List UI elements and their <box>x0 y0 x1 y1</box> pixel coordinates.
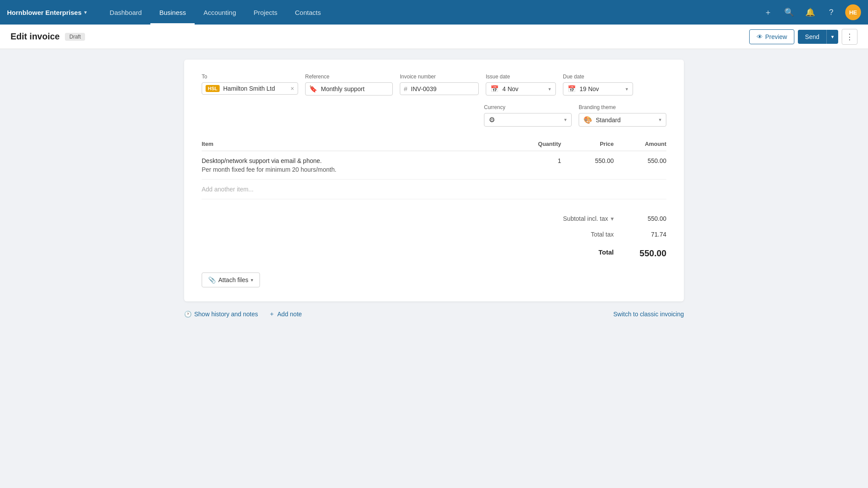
currency-field: Currency ⚙ ▾ <box>484 104 572 127</box>
hsl-badge: HSL <box>206 85 220 92</box>
eye-icon: 👁 <box>757 33 763 40</box>
due-date-value: 19 Nov <box>580 85 622 92</box>
calendar-icon-due: 📅 <box>568 85 576 93</box>
form-row-1: To HSL Hamilton Smith Ltd × Reference 🔖 … <box>202 74 666 95</box>
tax-row: Total tax 71.74 <box>202 229 666 240</box>
hash-icon: # <box>404 85 407 92</box>
attach-icon: 📎 <box>208 276 216 283</box>
issue-date-chevron: ▾ <box>548 86 551 92</box>
issue-date-field: Issue date 📅 4 Nov ▾ <box>486 74 556 95</box>
avatar[interactable]: HE <box>845 4 861 20</box>
sub-header: Edit invoice Draft 👁 Preview Send ▾ ⋮ <box>0 25 868 49</box>
line-items-header: Item Quantity Price Amount <box>202 137 666 151</box>
bottom-bar: 🕐 Show history and notes ＋ Add note Swit… <box>184 310 684 318</box>
due-date-field: Due date 📅 19 Nov ▾ <box>563 74 633 95</box>
tax-label: Total tax <box>591 231 614 238</box>
currency-picker[interactable]: ⚙ ▾ <box>484 113 572 127</box>
desc-sub: Per month fixed fee for minimum 20 hours… <box>202 166 509 173</box>
branding-value: Standard <box>596 117 655 124</box>
nav-links: Dashboard Business Accounting Projects C… <box>101 0 761 25</box>
issue-label: Issue date <box>486 74 556 80</box>
send-button-group: Send ▾ <box>798 30 838 44</box>
col-price-header: Price <box>561 141 614 147</box>
nav-accounting[interactable]: Accounting <box>195 0 245 25</box>
add-item-row: Add another item... <box>202 180 666 199</box>
total-row: Total 550.00 <box>202 245 666 258</box>
brand-chevron: ▾ <box>84 10 87 15</box>
inv-num-input[interactable] <box>411 85 487 92</box>
brand-name: Hornblower Enterprises <box>7 9 82 16</box>
branding-chevron: ▾ <box>659 117 662 123</box>
history-link[interactable]: 🕐 Show history and notes <box>184 311 258 318</box>
ref-field: Reference 🔖 <box>305 74 393 95</box>
to-close-icon[interactable]: × <box>291 85 294 92</box>
branding-picker[interactable]: 🎨 Standard ▾ <box>579 113 666 127</box>
send-button[interactable]: Send <box>798 30 826 44</box>
nav-contacts[interactable]: Contacts <box>286 0 330 25</box>
nav-business[interactable]: Business <box>150 0 195 25</box>
to-input[interactable]: HSL Hamilton Smith Ltd × <box>202 82 298 95</box>
ref-label: Reference <box>305 74 393 80</box>
issue-date-picker[interactable]: 📅 4 Nov ▾ <box>486 82 556 95</box>
notification-icon[interactable]: 🔔 <box>803 5 817 19</box>
nav-right: ＋ 🔍 🔔 ? HE <box>761 4 861 20</box>
add-icon[interactable]: ＋ <box>761 5 775 19</box>
to-value: Hamilton Smith Ltd <box>223 85 287 92</box>
col-item-header: Item <box>202 141 509 147</box>
subtotal-label: Subtotal incl. tax ▾ <box>563 215 614 222</box>
preview-button[interactable]: 👁 Preview <box>749 29 795 44</box>
ref-input[interactable] <box>321 85 398 92</box>
branding-field: Branding theme 🎨 Standard ▾ <box>579 104 666 127</box>
subtotal-row: Subtotal incl. tax ▾ 550.00 <box>202 213 666 224</box>
footer-area: 📎 Attach files ▾ <box>202 272 666 287</box>
tax-value: 71.74 <box>631 231 666 238</box>
ref-input-wrapper: 🔖 <box>305 82 393 95</box>
branding-label: Branding theme <box>579 104 666 110</box>
due-date-chevron: ▾ <box>626 86 628 92</box>
attach-dropdown-icon: ▾ <box>251 277 253 283</box>
total-value: 550.00 <box>631 248 666 258</box>
line-item-desc[interactable]: Desktop/network support via email & phon… <box>202 157 509 173</box>
top-nav: Hornblower Enterprises ▾ Dashboard Busin… <box>0 0 868 25</box>
table-row: Desktop/network support via email & phon… <box>202 151 666 180</box>
inv-label: Invoice number <box>400 74 479 80</box>
currency-chevron: ▾ <box>564 117 567 123</box>
search-icon[interactable]: 🔍 <box>782 5 796 19</box>
add-note-label: Add note <box>277 311 302 318</box>
due-label: Due date <box>563 74 633 80</box>
add-note-icon: ＋ <box>269 310 275 318</box>
line-item-price[interactable]: 550.00 <box>561 157 614 164</box>
col-amount-header: Amount <box>614 141 666 147</box>
add-item-placeholder[interactable]: Add another item... <box>202 186 253 193</box>
history-label: Show history and notes <box>194 311 258 318</box>
due-date-picker[interactable]: 📅 19 Nov ▾ <box>563 82 633 95</box>
invoice-card: To HSL Hamilton Smith Ltd × Reference 🔖 … <box>184 60 684 301</box>
currency-label: Currency <box>484 104 572 110</box>
draft-badge: Draft <box>65 33 85 41</box>
page-title: Edit invoice <box>11 32 60 42</box>
help-icon[interactable]: ? <box>824 5 838 19</box>
send-dropdown-button[interactable]: ▾ <box>826 30 838 44</box>
nav-dashboard[interactable]: Dashboard <box>101 0 150 25</box>
main-content: To HSL Hamilton Smith Ltd × Reference 🔖 … <box>0 49 868 488</box>
subtotal-dropdown-icon[interactable]: ▾ <box>611 215 614 222</box>
classic-invoicing-link[interactable]: Switch to classic invoicing <box>613 311 684 318</box>
totals-section: Subtotal incl. tax ▾ 550.00 Total tax 71… <box>202 213 666 258</box>
branding-icon: 🎨 <box>583 116 592 124</box>
currency-icon: ⚙ <box>489 116 495 124</box>
to-label: To <box>202 74 298 80</box>
desc-main: Desktop/network support via email & phon… <box>202 157 509 164</box>
to-field: To HSL Hamilton Smith Ltd × <box>202 74 298 95</box>
line-item-qty[interactable]: 1 <box>509 157 561 164</box>
attach-files-button[interactable]: 📎 Attach files ▾ <box>202 272 260 287</box>
brand[interactable]: Hornblower Enterprises ▾ <box>7 9 87 16</box>
inv-num-wrapper: # <box>400 82 479 95</box>
subtotal-value: 550.00 <box>631 215 666 222</box>
more-button[interactable]: ⋮ <box>842 29 857 45</box>
line-items: Item Quantity Price Amount Desktop/netwo… <box>202 137 666 199</box>
nav-projects[interactable]: Projects <box>245 0 286 25</box>
attach-label: Attach files <box>218 276 248 283</box>
line-item-amount: 550.00 <box>614 157 666 164</box>
total-label: Total <box>598 248 614 258</box>
add-note-link[interactable]: ＋ Add note <box>269 310 302 318</box>
